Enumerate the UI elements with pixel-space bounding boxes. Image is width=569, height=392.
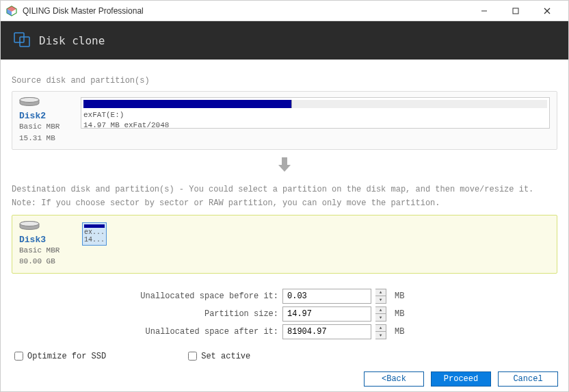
source-disk-type: Basic MBR: [19, 121, 74, 133]
dest-disk-type: Basic MBR: [19, 245, 74, 257]
dest-label: Destination disk and partition(s) - You …: [12, 183, 557, 196]
before-spinner[interactable]: ▲▼: [375, 289, 386, 304]
source-disk-size: 15.31 MB: [19, 133, 74, 144]
source-partition-label: exFAT(E:): [83, 110, 547, 120]
before-label: Unallocated space before it:: [12, 291, 278, 301]
size-input[interactable]: [282, 306, 371, 322]
title-bar: QILING Disk Master Professional: [1, 1, 568, 21]
source-partition-bar: [83, 100, 292, 108]
dest-partition-label2: 14...: [84, 236, 105, 244]
after-spinner[interactable]: ▲▼: [375, 324, 386, 339]
svg-marker-12: [278, 165, 291, 172]
spin-up-icon[interactable]: ▲: [375, 325, 386, 332]
after-label: Unallocated space after it:: [12, 327, 278, 337]
app-logo-icon: [6, 5, 17, 16]
size-label: Partition size:: [12, 309, 278, 319]
size-spinner[interactable]: ▲▼: [375, 306, 386, 322]
optimize-ssd-label: Optimize for SSD: [27, 352, 106, 361]
after-input[interactable]: [282, 324, 371, 339]
dest-disk-size: 80.00 GB: [19, 256, 74, 267]
page-header: Disk clone: [1, 21, 568, 60]
disk-icon: [19, 97, 74, 109]
svg-rect-11: [282, 157, 287, 165]
svg-rect-7: [14, 33, 24, 42]
dest-disk-panel[interactable]: Disk3 Basic MBR 80.00 GB ex... 14...: [12, 215, 557, 274]
source-label: Source disk and partition(s): [12, 76, 557, 86]
back-button[interactable]: <Back: [364, 371, 424, 387]
page-title: Disk clone: [39, 34, 105, 47]
disk-clone-icon: [13, 30, 31, 51]
optimize-ssd-input[interactable]: [14, 352, 23, 361]
set-active-checkbox[interactable]: Set active: [188, 352, 250, 361]
set-active-input[interactable]: [188, 352, 197, 361]
source-disk-name: Disk2: [19, 111, 74, 121]
down-arrow-icon: [12, 157, 557, 176]
minimize-button[interactable]: [468, 1, 500, 21]
spin-up-icon[interactable]: ▲: [375, 307, 386, 315]
close-button[interactable]: [531, 1, 563, 21]
after-unit: MB: [395, 327, 404, 337]
before-unit: MB: [395, 291, 404, 301]
source-partition-detail: 14.97 MB exFat/2048: [83, 120, 547, 131]
spin-up-icon[interactable]: ▲: [375, 289, 386, 297]
size-unit: MB: [395, 309, 404, 319]
spin-down-icon[interactable]: ▼: [375, 332, 386, 339]
before-input[interactable]: [282, 289, 371, 304]
cancel-button[interactable]: Cancel: [498, 371, 558, 387]
svg-rect-4: [513, 8, 518, 14]
dest-partition-label1: ex...: [84, 228, 105, 236]
source-disk-panel[interactable]: Disk2 Basic MBR 15.31 MB exFAT(E:) 14.97…: [12, 91, 557, 150]
set-active-label: Set active: [201, 352, 250, 361]
svg-point-10: [20, 98, 39, 103]
spin-down-icon[interactable]: ▼: [375, 314, 386, 321]
dest-note: Note: If you choose sector by sector or …: [12, 196, 557, 210]
svg-point-14: [20, 221, 39, 226]
proceed-button[interactable]: Proceed: [431, 371, 491, 387]
optimize-ssd-checkbox[interactable]: Optimize for SSD: [14, 352, 106, 361]
dest-disk-name: Disk3: [19, 235, 74, 245]
window-title: QILING Disk Master Professional: [23, 6, 468, 16]
dest-partition-block[interactable]: ex... 14...: [82, 222, 107, 246]
source-partition-map[interactable]: exFAT(E:) 14.97 MB exFat/2048: [81, 97, 550, 129]
spin-down-icon[interactable]: ▼: [375, 296, 386, 303]
svg-rect-8: [20, 37, 29, 47]
maximize-button[interactable]: [500, 1, 531, 21]
disk-icon: [19, 221, 74, 233]
